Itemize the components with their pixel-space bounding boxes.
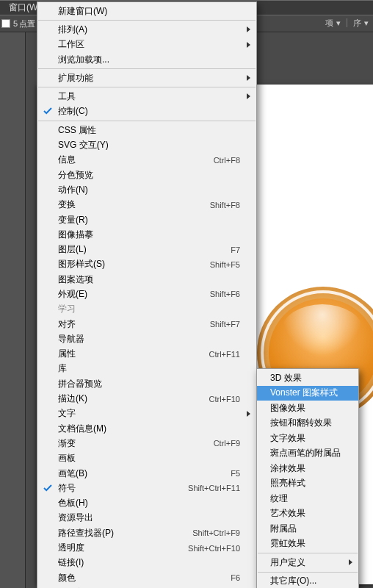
styles-submenu-item[interactable]: 纹理 (257, 491, 358, 506)
window-menu-item[interactable]: 渐变Ctrl+F9 (37, 436, 256, 451)
chevron-right-icon (247, 411, 250, 417)
window-menu-item[interactable]: 对齐Shift+F7 (37, 317, 256, 331)
menu-item-label: 描边(K) (58, 392, 209, 405)
styles-submenu-item[interactable]: 文字效果 (257, 431, 358, 446)
styles-submenu-item[interactable]: 按钮和翻转效果 (257, 416, 358, 431)
menu-item-label: 动作(N) (58, 184, 240, 196)
menu-item-label: 附属品 (270, 523, 348, 535)
window-menu-item[interactable]: 图形样式(S)Shift+F5 (37, 257, 256, 272)
menu-item-label: 库 (58, 362, 240, 375)
menu-item-label: 纹理 (270, 492, 348, 505)
menu-item-label: 导航器 (58, 333, 240, 345)
window-menu-item[interactable]: 变量(R) (37, 212, 256, 227)
menu-item-label: 浏览加载项... (58, 54, 240, 66)
window-menu-item[interactable]: 路径查找器(P)Shift+Ctrl+F9 (37, 526, 256, 540)
window-menu-item[interactable]: 图像描摹 (37, 227, 256, 242)
window-menu-item[interactable]: 色板(H) (37, 496, 256, 511)
styles-submenu-item[interactable]: 用户定义 (257, 555, 358, 570)
chevron-right-icon (349, 559, 352, 565)
menu-item-label: 按钮和翻转效果 (270, 417, 348, 429)
menu-item-label: 画笔(B) (58, 467, 231, 480)
dropdown-icon[interactable]: ▾ (333, 18, 341, 27)
tool-strip[interactable] (0, 32, 26, 588)
menu-item-label: 霓虹效果 (270, 537, 348, 550)
window-menu-item[interactable]: 导航器 (37, 331, 256, 346)
menu-item-label: 排列(A) (58, 24, 240, 36)
menu-item-shortcut: F6 (231, 573, 240, 582)
menu-item-label: 图案选项 (58, 273, 240, 286)
window-menu-item[interactable]: 浏览加载项... (37, 52, 256, 67)
window-menu-item[interactable]: 扩展功能 (37, 71, 256, 85)
menu-item-label: 工作区 (58, 38, 240, 51)
window-menu-item[interactable]: 颜色主题 (37, 585, 256, 588)
window-menu-item[interactable]: 链接(I) (37, 556, 256, 570)
menu-item-label: CSS 属性 (58, 124, 240, 137)
window-menu-item[interactable]: 图案选项 (37, 272, 256, 287)
window-menu-item[interactable]: 透明度Shift+Ctrl+F10 (37, 540, 256, 555)
window-menu: 新建窗口(W)排列(A)工作区浏览加载项...扩展功能工具控制(C)CSS 属性… (37, 1, 257, 588)
menu-item-label: 图像描摹 (58, 229, 240, 241)
styles-submenu-item[interactable]: 霓虹效果 (257, 537, 358, 552)
menu-item-label: 文档信息(M) (58, 423, 240, 435)
styles-submenu-item[interactable]: 附属品 (257, 521, 358, 537)
styles-submenu-item[interactable]: 3D 效果 (257, 370, 358, 386)
menu-item-label: 外观(E) (58, 288, 210, 301)
menu-item-label: 图层(L) (58, 243, 231, 256)
menu-item-shortcut: F7 (231, 245, 240, 254)
styles-submenu-item[interactable]: 其它库(O)... (257, 574, 358, 589)
window-menu-item[interactable]: 描边(K)Ctrl+F10 (37, 391, 256, 406)
window-menu-item[interactable]: 工具 (37, 89, 256, 104)
window-menu-item[interactable]: 图层(L)F7 (37, 242, 256, 257)
menu-item-shortcut: Ctrl+F8 (214, 156, 240, 165)
fill-swatch[interactable] (1, 19, 10, 28)
window-menu-item[interactable]: 画笔(B)F5 (37, 466, 256, 481)
menu-item-shortcut: Ctrl+F9 (214, 439, 240, 448)
window-menu-item[interactable]: 变换Shift+F8 (37, 198, 256, 212)
menu-item-shortcut: Ctrl+F11 (209, 350, 241, 359)
menu-item-label: 透明度 (58, 542, 188, 554)
chevron-right-icon (247, 93, 250, 99)
window-menu-item[interactable]: 控制(C) (37, 104, 256, 119)
window-menu-item[interactable]: 符号Shift+Ctrl+F11 (37, 481, 256, 495)
menu-item-label: 文字 (58, 407, 240, 420)
window-menu-item[interactable]: 拼合器预览 (37, 376, 256, 391)
window-menu-item[interactable]: 属性Ctrl+F11 (37, 347, 256, 362)
window-menu-item[interactable]: 排列(A) (37, 22, 256, 37)
window-menu-item[interactable]: 信息Ctrl+F8 (37, 153, 256, 168)
stroke-unit: 点置 (19, 18, 35, 29)
styles-submenu-item[interactable]: 斑点画笔的附属品 (257, 446, 358, 462)
window-menu-item[interactable]: SVG 交互(Y) (37, 137, 256, 152)
stroke-value[interactable]: 5 (13, 19, 18, 28)
styles-submenu-item[interactable]: 艺术效果 (257, 506, 358, 522)
styles-submenu-item[interactable]: Vonster 图案样式 (257, 386, 358, 401)
window-menu-item[interactable]: 外观(E)Shift+F6 (37, 287, 256, 301)
window-menu-item[interactable]: 颜色F6 (37, 570, 256, 585)
window-menu-item[interactable]: 文档信息(M) (37, 421, 256, 436)
window-menu-item[interactable]: 库 (37, 362, 256, 376)
styles-submenu-item[interactable]: 图像效果 (257, 401, 358, 416)
window-menu-separator (38, 20, 256, 21)
window-menu-item[interactable]: 画板 (37, 451, 256, 466)
menu-item-label: 其它库(O)... (270, 575, 348, 587)
window-menu-item[interactable]: CSS 属性 (37, 123, 256, 137)
window-menu-separator (38, 87, 256, 87)
menu-item-label: 3D 效果 (270, 372, 348, 384)
styles-submenu-item[interactable]: 照亮样式 (257, 476, 358, 492)
window-menu-item[interactable]: 分色预览 (37, 168, 256, 182)
dropdown-icon[interactable]: ▾ (361, 18, 369, 27)
menu-item-label: 变量(R) (58, 214, 240, 226)
menu-item-shortcut: Shift+Ctrl+F10 (188, 544, 240, 553)
menu-item-label: 对齐 (58, 318, 210, 331)
window-menu-item[interactable]: 文字 (37, 406, 256, 421)
menu-item-label: 符号 (58, 482, 188, 495)
styles-submenu-separator (258, 572, 358, 573)
styles-submenu-item[interactable]: 涂抹效果 (257, 461, 358, 476)
chevron-right-icon (247, 42, 250, 48)
window-menu-item[interactable]: 资源导出 (37, 511, 256, 526)
menu-item-label: 信息 (58, 154, 214, 166)
menu-item-shortcut: F5 (231, 469, 240, 478)
window-menu-item[interactable]: 新建窗口(W) (37, 4, 256, 18)
window-menu-item[interactable]: 工作区 (37, 37, 256, 52)
menu-item-label: 颜色 (58, 572, 231, 584)
window-menu-item[interactable]: 动作(N) (37, 182, 256, 197)
